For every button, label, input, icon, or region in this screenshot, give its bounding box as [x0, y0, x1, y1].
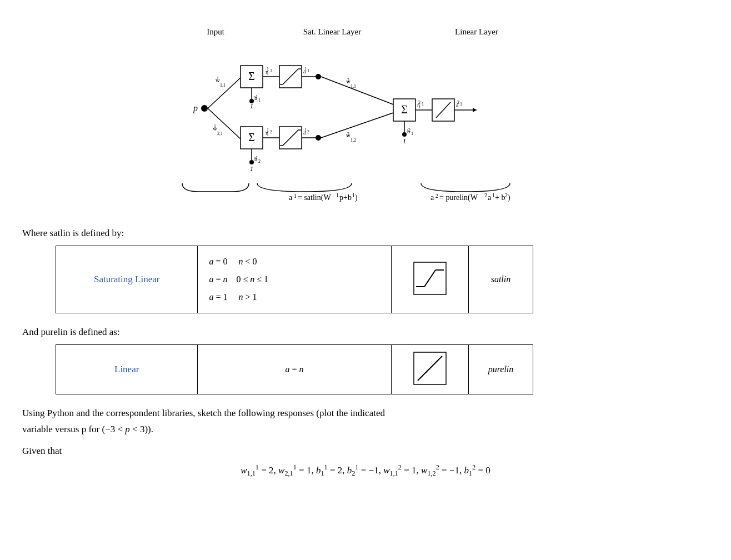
w21-sup: 1 — [214, 124, 216, 129]
satlin-name: Saturating Linear — [56, 246, 198, 313]
eq2-sup: 2 — [435, 193, 438, 199]
n21-sub: 1 — [422, 102, 424, 107]
a21-sub: 2 — [307, 129, 309, 134]
task-description: Using Python and the correspondent libra… — [22, 406, 709, 438]
sigma2-symbol: Σ — [248, 131, 255, 143]
eq2-plus-b: + b — [495, 193, 505, 202]
lower-weight-line — [208, 108, 241, 139]
eq1-label: a — [289, 193, 293, 202]
p-label: p — [193, 103, 198, 113]
satlin-icon-cell — [391, 246, 468, 313]
sigma3-symbol: Σ — [401, 103, 408, 116]
b2-node — [249, 160, 254, 164]
b2-italic-1: 1 — [250, 164, 254, 173]
input-node — [201, 105, 208, 112]
satlin-row: Saturating Linear a = 0 n < 0 a = n 0 ≤ … — [56, 246, 533, 313]
b3-sup: 2 — [408, 128, 410, 133]
sat-linear-brace — [257, 183, 352, 192]
b3-sub: 1 — [411, 131, 413, 136]
a11-sup: 1 — [304, 67, 307, 72]
n12-sub: 2 — [270, 129, 272, 134]
purelin-condition: a = n — [198, 345, 391, 394]
eq1-text: = satlin(W — [298, 193, 331, 202]
purelin-icon-cell — [391, 345, 468, 394]
linear-layer-label: Linear Layer — [455, 27, 498, 36]
eq1-w-sup: 1 — [336, 192, 339, 198]
output-arrow — [473, 108, 477, 112]
b1-italic-1: 1 — [250, 102, 254, 110]
satlin-cond-1: a = 0 n < 0 — [209, 253, 379, 271]
eq2-w-sup: 2 — [484, 192, 487, 198]
b3-node — [402, 132, 407, 137]
n21-sup: 2 — [418, 100, 420, 105]
purelin-name: Linear — [56, 345, 198, 394]
eq2-label: a — [430, 193, 434, 202]
satlin-conditions: a = 0 n < 0 a = n 0 ≤ n ≤ 1 a = 1 n > 1 — [198, 246, 391, 313]
eq1-p: p+b — [339, 193, 352, 202]
input-brace — [182, 183, 249, 192]
a21-sup: 1 — [304, 128, 307, 133]
w2-12-sup: 2 — [347, 132, 349, 137]
satlin-func-name: satlin — [468, 246, 533, 313]
w21-sub: 2,1 — [217, 131, 223, 136]
satlin-cond-2: a = n 0 ≤ n ≤ 1 — [209, 271, 379, 288]
b1-sub: 1 — [258, 98, 261, 103]
b2-sup: 1 — [256, 156, 258, 161]
input-label: Input — [207, 27, 224, 36]
satlin-diag — [424, 270, 435, 287]
sat-linear-label: Sat. Linear Layer — [303, 27, 362, 36]
b2-sub: 2 — [258, 159, 261, 164]
w11-sub: 1,1 — [220, 83, 226, 88]
formula-block: w1,11 = 2, w2,11 = 1, b11 = 2, b21 = −1,… — [22, 463, 709, 478]
w2-12-line — [321, 113, 393, 138]
satlin2-diag — [283, 130, 298, 146]
linear-brace — [421, 183, 510, 192]
eq2-text: = purelin(W — [439, 193, 478, 202]
eq2-a: a — [488, 193, 492, 202]
n12-sup: 1 — [267, 128, 269, 133]
b3-italic-1: 1 — [403, 137, 407, 145]
b1-sup: 1 — [256, 94, 258, 99]
n11-sup: 1 — [267, 67, 269, 72]
satlin1-diag — [283, 69, 298, 84]
purelin-diag — [418, 356, 442, 381]
purelin-row: Linear a = n purelin — [56, 345, 533, 394]
w2-12-sub: 1,2 — [351, 138, 356, 143]
satlin-table: Saturating Linear a = 0 n < 0 a = n 0 ≤ … — [56, 246, 533, 313]
a2-sub: 1 — [460, 102, 462, 107]
sigma1-symbol: Σ — [248, 70, 255, 82]
eq2-close: ) — [508, 193, 510, 202]
a21-node — [316, 135, 321, 141]
eq1-sup: 1 — [294, 193, 297, 199]
a11-node — [316, 74, 321, 79]
given-label: Given that — [22, 446, 709, 457]
a2-sup: 2 — [457, 100, 459, 105]
w2-11-sup: 2 — [347, 78, 349, 83]
neural-network-diagram: Input Sat. Linear Layer Linear Layer p w… — [22, 22, 709, 211]
n11-sub: 1 — [270, 68, 272, 73]
a11-sub: 1 — [307, 68, 309, 73]
purelin-table: Linear a = n purelin — [56, 344, 533, 394]
diagram-svg: Input Sat. Linear Layer Linear Layer p w… — [149, 22, 582, 211]
w2-11-line — [321, 77, 393, 104]
w11-sup: 1 — [217, 76, 219, 81]
purelin-graph-icon — [413, 352, 447, 385]
purelin-intro: And purelin is defined as: — [22, 327, 709, 338]
eq1-close: ) — [355, 193, 358, 202]
w2-11-sub: 1,1 — [351, 84, 356, 89]
satlin-intro: Where satlin is defined by: — [22, 228, 709, 239]
satlin-graph-icon — [413, 262, 447, 295]
purelin-func-name: purelin — [468, 345, 533, 394]
purelin-diag — [436, 102, 450, 118]
satlin-cond-3: a = 1 n > 1 — [209, 288, 379, 306]
